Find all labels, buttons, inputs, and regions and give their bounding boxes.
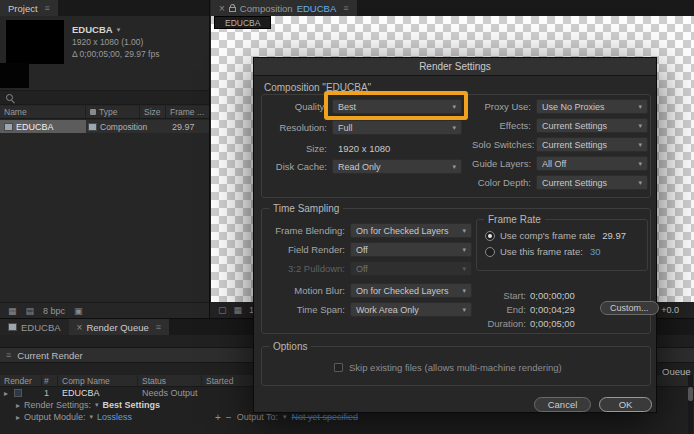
proxy-use-select[interactable]: Use No Proxies ▾: [536, 99, 648, 114]
project-comp-info: EDUCBA ▾ 1920 x 1080 (1.00) Δ 0;00;05;00…: [0, 16, 209, 68]
use-comp-framerate-value: 29.97: [602, 230, 626, 241]
motion-blur-value: On for Checked Layers: [356, 286, 449, 296]
scrollbar-thumb[interactable]: [688, 387, 693, 401]
proxy-use-row: Proxy Use: Use No Proxies ▾: [472, 99, 648, 114]
project-item-type-cell: Composition: [86, 122, 140, 132]
exposure-value[interactable]: +0.0: [661, 305, 687, 315]
output-to-link[interactable]: Not yet specified: [292, 412, 359, 422]
panel-menu-icon[interactable]: ≡: [45, 3, 50, 13]
skip-existing-checkbox[interactable]: [334, 363, 343, 372]
project-search-row[interactable]: [0, 90, 209, 105]
column-header-size[interactable]: Size: [140, 106, 166, 118]
column-header-name[interactable]: Name: [0, 106, 86, 118]
use-this-framerate-label: Use this frame rate:: [500, 246, 583, 257]
chevron-down-icon[interactable]: ▾: [117, 26, 121, 34]
use-this-framerate-row: Use this frame rate: 30: [485, 246, 600, 257]
solo-switches-value: Current Settings: [542, 140, 607, 150]
render-checkbox[interactable]: [14, 389, 22, 397]
magnification-icon[interactable]: ▢: [218, 305, 227, 315]
search-icon[interactable]: [6, 94, 13, 101]
lock-icon[interactable]: [229, 7, 236, 12]
quality-select[interactable]: Best ▾: [332, 99, 462, 114]
column-header-status[interactable]: Status: [138, 375, 202, 386]
chevron-down-icon: ▾: [638, 122, 642, 130]
ok-button[interactable]: OK: [599, 397, 652, 412]
comp-dimensions-label: 1920 x 1080 (1.00): [72, 37, 159, 47]
chevron-down-icon: ▾: [462, 265, 466, 273]
panel-menu-icon[interactable]: ≡: [343, 3, 348, 13]
viewer-comp-mini-tab[interactable]: EDUCBA: [214, 16, 271, 29]
after-effects-window: Project ≡ EDUCBA ▾ 1920 x 1080 (1.00) Δ …: [0, 0, 694, 434]
secondary-thumbnail: [0, 63, 29, 88]
resolution-select[interactable]: Full ▾: [332, 120, 462, 135]
close-icon[interactable]: ×: [77, 322, 83, 333]
panel-menu-icon[interactable]: ≡: [156, 322, 161, 332]
use-this-framerate-radio[interactable]: [485, 247, 495, 257]
bit-depth-label[interactable]: 8 bpc: [43, 306, 65, 316]
column-header-comp-name[interactable]: Comp Name: [58, 375, 138, 386]
guide-layers-select[interactable]: All Off ▾: [536, 156, 648, 171]
use-this-framerate-value[interactable]: 30: [590, 246, 601, 257]
column-header-number[interactable]: #: [42, 375, 58, 386]
field-render-label: Field Render:: [262, 244, 350, 255]
remove-output-module-icon[interactable]: −: [226, 412, 232, 423]
grid-options-icon[interactable]: ▦: [234, 305, 243, 315]
chevron-down-icon[interactable]: ▾: [95, 401, 99, 409]
composition-panel-tab[interactable]: × Composition EDUCBA ≡: [211, 0, 357, 16]
new-folder-icon[interactable]: ▤: [26, 306, 35, 316]
resolution-row: Resolution: Full ▾: [262, 120, 462, 135]
effects-select[interactable]: Current Settings ▾: [536, 118, 648, 133]
field-render-value: Off: [356, 245, 368, 255]
tab-educba-timeline[interactable]: EDUCBA: [0, 319, 69, 335]
size-label: Size:: [262, 143, 332, 154]
color-depth-select[interactable]: Current Settings ▾: [536, 175, 648, 190]
custom-button[interactable]: Custom...: [600, 301, 659, 315]
project-comp-name[interactable]: EDUCBA: [72, 24, 113, 35]
composition-tab-prefix: Composition: [240, 3, 293, 14]
twirl-right-icon[interactable]: ▸: [4, 389, 8, 398]
render-settings-label: Render Settings:: [24, 400, 91, 410]
render-settings-link[interactable]: Best Settings: [103, 400, 161, 410]
dialog-comp-label: Composition "EDUCBA": [264, 82, 371, 93]
column-header-size-label: Size: [144, 107, 161, 117]
project-item-row[interactable]: EDUCBA Composition 29.97: [0, 120, 209, 133]
chevron-down-icon[interactable]: ▾: [283, 413, 287, 421]
start-time-row: Start: 0;00;00;00: [478, 289, 575, 301]
add-output-module-icon[interactable]: +: [215, 412, 221, 423]
chevron-down-icon[interactable]: ▾: [90, 413, 94, 421]
cancel-button[interactable]: Cancel: [534, 397, 591, 412]
color-depth-value: Current Settings: [542, 178, 607, 188]
time-span-select[interactable]: Work Area Only ▾: [350, 302, 472, 317]
output-module-link[interactable]: Lossless: [97, 412, 132, 422]
motion-blur-row: Motion Blur: On for Checked Layers ▾: [262, 283, 472, 298]
interpret-footage-icon[interactable]: ▦: [8, 306, 17, 316]
project-item-name-cell[interactable]: EDUCBA: [0, 120, 86, 133]
trash-icon[interactable]: ▣: [74, 306, 83, 316]
render-queue-scrollbar[interactable]: [688, 375, 693, 434]
project-column-headers: Name Type Size Frame ...: [0, 106, 209, 119]
column-header-framerate[interactable]: Frame ...: [166, 106, 209, 118]
project-panel-tab[interactable]: Project ≡: [0, 0, 58, 16]
end-time-row: End: 0;00;04;29: [478, 303, 575, 315]
chevron-down-icon: ▾: [452, 163, 456, 171]
column-header-type[interactable]: Type: [86, 106, 140, 118]
dialog-title[interactable]: Render Settings: [254, 58, 656, 76]
close-icon[interactable]: ×: [219, 3, 225, 14]
options-group: Options Skip existing files (allows mult…: [261, 346, 651, 386]
effects-value: Current Settings: [542, 121, 607, 131]
column-header-framerate-label: Frame ...: [170, 107, 204, 117]
field-render-row: Field Render: Off ▾: [262, 242, 472, 257]
grip-icon: ≡: [6, 350, 11, 360]
tab-render-queue[interactable]: × Render Queue ≡: [69, 319, 169, 335]
output-module-label: Output Module:: [24, 412, 86, 422]
field-render-select[interactable]: Off ▾: [350, 242, 472, 257]
frame-blending-select[interactable]: On for Checked Layers ▾: [350, 223, 472, 238]
motion-blur-select[interactable]: On for Checked Layers ▾: [350, 283, 472, 298]
twirl-right-icon[interactable]: ▸: [16, 413, 20, 422]
column-header-render[interactable]: Render: [0, 375, 42, 386]
solo-switches-select[interactable]: Current Settings ▾: [536, 137, 648, 152]
composition-icon: [88, 123, 97, 131]
twirl-right-icon[interactable]: ▸: [16, 401, 20, 410]
disk-cache-select[interactable]: Read Only ▾: [332, 159, 462, 174]
use-comp-framerate-radio[interactable]: [485, 231, 495, 241]
